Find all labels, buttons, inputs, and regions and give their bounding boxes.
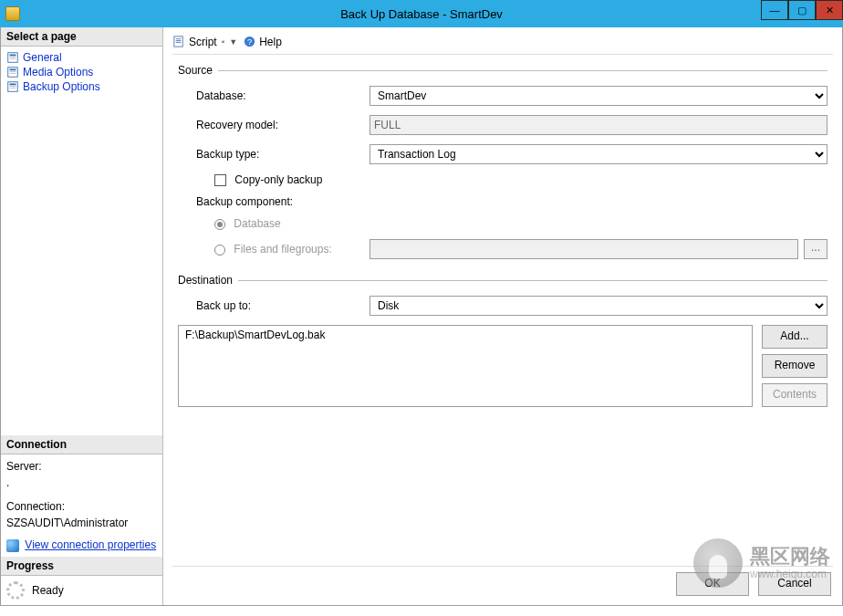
server-label: Server: <box>6 458 157 475</box>
separator: ▪ <box>222 37 225 47</box>
minimize-button[interactable]: — <box>761 0 788 20</box>
database-label: Database: <box>178 89 369 102</box>
filegroups-browse-button: ... <box>804 239 827 259</box>
svg-rect-6 <box>10 71 16 72</box>
add-button[interactable]: Add... <box>762 325 827 349</box>
backup-type-select[interactable]: Transaction Log <box>369 144 827 164</box>
help-icon: ? <box>243 35 256 48</box>
script-icon <box>172 35 186 48</box>
copy-only-checkbox[interactable] <box>214 174 226 186</box>
page-backup-options[interactable]: Backup Options <box>3 79 161 94</box>
page-label: General <box>23 51 62 64</box>
svg-rect-1 <box>10 55 16 57</box>
page-label: Media Options <box>23 66 93 78</box>
destination-listbox[interactable]: F:\Backup\SmartDevLog.bak <box>178 325 753 407</box>
help-button[interactable]: ? Help <box>243 35 282 48</box>
script-button[interactable]: Script ▪ ▼ <box>172 35 237 48</box>
page-media-options[interactable]: Media Options <box>3 65 161 79</box>
script-dropdown-arrow-icon[interactable]: ▼ <box>229 37 237 47</box>
svg-rect-12 <box>174 37 182 47</box>
progress-text: Ready <box>32 584 64 597</box>
connection-header: Connection <box>1 435 162 454</box>
filegroups-field <box>369 239 798 259</box>
page-general[interactable]: General <box>3 50 161 65</box>
recovery-model-label: Recovery model: <box>178 119 369 131</box>
view-connection-properties-link[interactable]: View connection properties <box>25 537 156 553</box>
help-label: Help <box>259 36 282 48</box>
connection-props-icon <box>6 539 19 552</box>
script-label: Script <box>189 36 217 48</box>
component-files-radio <box>214 245 225 256</box>
sidebar: Select a page General Media Options Back… <box>1 27 163 605</box>
component-database-radio <box>214 219 225 230</box>
recovery-model-field <box>369 115 827 135</box>
svg-rect-7 <box>10 73 16 74</box>
svg-rect-9 <box>10 84 16 86</box>
close-button[interactable]: ✕ <box>816 0 843 20</box>
select-page-header: Select a page <box>1 27 162 47</box>
source-group-label: Source <box>178 64 213 77</box>
svg-rect-10 <box>10 86 16 87</box>
backup-to-label: Back up to: <box>178 299 369 312</box>
maximize-button[interactable]: ▢ <box>788 0 816 20</box>
backup-to-select[interactable]: Disk <box>369 296 827 316</box>
remove-button[interactable]: Remove <box>762 354 827 378</box>
svg-rect-11 <box>10 88 16 89</box>
progress-spinner-icon <box>6 581 25 600</box>
cancel-button[interactable]: Cancel <box>758 572 831 596</box>
connection-value: SZSAUDIT\Administrator <box>6 515 157 531</box>
component-files-label: Files and filegroups: <box>234 243 331 256</box>
list-item[interactable]: F:\Backup\SmartDevLog.bak <box>183 329 747 341</box>
server-value: . <box>6 475 157 491</box>
page-icon <box>6 51 19 64</box>
svg-rect-2 <box>10 57 16 57</box>
contents-button: Contents <box>762 383 827 407</box>
title-bar: Back Up Database - SmartDev — ▢ ✕ <box>0 0 843 27</box>
connection-label: Connection: <box>6 498 157 515</box>
page-label: Backup Options <box>23 80 100 93</box>
page-icon <box>6 66 19 78</box>
backup-component-label: Backup component: <box>178 195 369 208</box>
component-database-label: Database <box>234 217 280 230</box>
destination-group-label: Destination <box>178 274 233 287</box>
backup-type-label: Backup type: <box>178 148 369 161</box>
ok-button[interactable]: OK <box>676 572 749 596</box>
copy-only-label: Copy-only backup <box>234 173 322 186</box>
main-panel: Script ▪ ▼ ? Help Source Database: Smart… <box>163 27 842 605</box>
svg-rect-3 <box>10 58 16 59</box>
window-title: Back Up Database - SmartDev <box>0 7 843 21</box>
database-select[interactable]: SmartDev <box>369 86 827 106</box>
connection-info: Server: . Connection: SZSAUDIT\Administr… <box>1 454 162 557</box>
page-icon <box>6 80 19 93</box>
svg-text:?: ? <box>247 37 252 47</box>
progress-header: Progress <box>1 557 162 576</box>
svg-rect-5 <box>10 69 16 71</box>
